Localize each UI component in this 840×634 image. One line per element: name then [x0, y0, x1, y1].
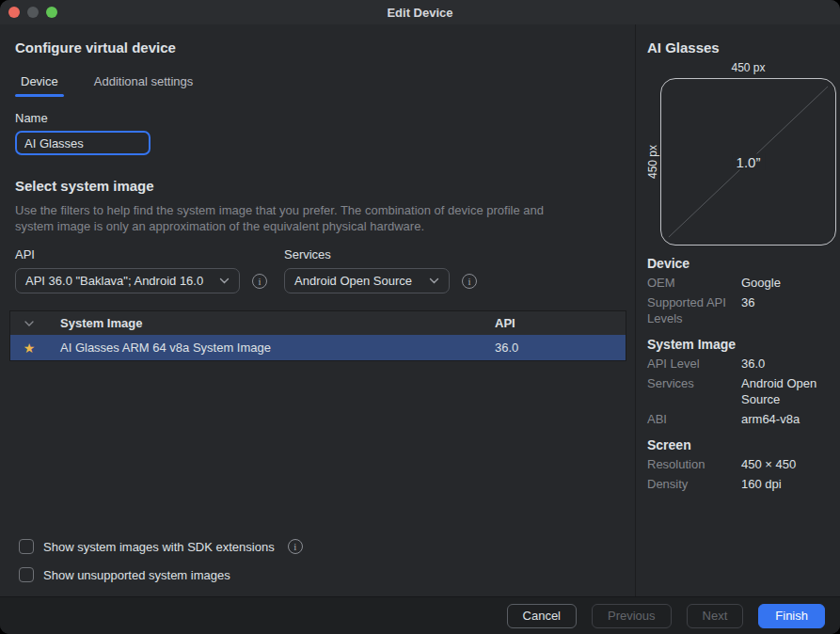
zoom-window-button[interactable]	[46, 7, 57, 18]
info-row-abi: ABI arm64-v8a	[647, 411, 837, 427]
chevron-down-icon	[429, 277, 439, 284]
services-info-icon[interactable]	[462, 274, 477, 289]
info-row-supported-api: Supported API Levels 36	[647, 294, 837, 326]
checkbox-options: Show system images with SDK extensions S…	[15, 539, 620, 582]
page-title: Configure virtual device	[15, 40, 620, 55]
info-row-resolution: Resolution 450 × 450	[647, 456, 837, 472]
cancel-button[interactable]: Cancel	[507, 604, 577, 628]
finish-button[interactable]: Finish	[758, 604, 825, 628]
device-preview: 450 px 450 px 1.0”	[645, 61, 837, 246]
api-info-icon[interactable]	[252, 274, 267, 289]
column-header-api[interactable]: API	[495, 316, 626, 330]
diagonal-size-label: 1.0”	[732, 154, 766, 170]
sdk-extensions-label: Show system images with SDK extensions	[43, 540, 275, 554]
description-line: system image is only an approximation of…	[15, 218, 620, 234]
info-row-oem: OEM Google	[647, 275, 837, 291]
unsupported-images-label: Show unsupported system images	[43, 568, 230, 582]
favorite-star-icon[interactable]: ★	[24, 341, 36, 355]
device-section: Device OEM Google Supported API Levels 3…	[645, 256, 837, 326]
unsupported-images-option: Show unsupported system images	[19, 567, 620, 582]
tab-device[interactable]: Device	[15, 74, 64, 97]
select-system-image-heading: Select system image	[15, 178, 620, 194]
services-filter-label: Services	[284, 247, 477, 262]
system-image-table: System Image API ★ AI Glasses ARM 64 v8a…	[9, 310, 626, 361]
traffic-lights	[0, 7, 57, 18]
api-dropdown-value: API 36.0 "Baklava"; Android 16.0	[25, 274, 203, 288]
unsupported-images-checkbox[interactable]	[19, 567, 34, 582]
configure-pane: Configure virtual device Device Addition…	[0, 24, 636, 596]
device-section-heading: Device	[647, 256, 837, 271]
sdk-extensions-checkbox[interactable]	[19, 539, 34, 554]
chevron-down-icon	[219, 277, 230, 284]
dialog-footer: Cancel Previous Next Finish	[0, 596, 840, 634]
preview-height-label: 450 px	[646, 145, 659, 179]
sdk-extensions-option: Show system images with SDK extensions	[19, 539, 620, 554]
tab-bar: Device Additional settings	[15, 74, 620, 97]
api-filter: API API 36.0 "Baklava"; Android 16.0	[15, 247, 267, 293]
device-summary-pane: AI Glasses 450 px 450 px 1.0” Devi	[636, 24, 840, 596]
minimize-window-button[interactable]	[27, 7, 39, 18]
info-row-density: Density 160 dpi	[647, 476, 837, 492]
previous-button[interactable]: Previous	[592, 604, 672, 628]
info-row-services: Services Android Open Source	[647, 375, 837, 407]
window-title: Edit Device	[0, 6, 840, 20]
edit-device-dialog: Edit Device Configure virtual device Dev…	[0, 0, 840, 634]
system-image-section-heading: System Image	[647, 337, 837, 352]
preview-width-label: 450 px	[660, 61, 836, 75]
services-dropdown-value: Android Open Source	[294, 274, 412, 288]
titlebar: Edit Device	[0, 0, 840, 24]
sort-chevron-icon[interactable]	[10, 321, 48, 326]
system-image-name: AI Glasses ARM 64 v8a System Image	[48, 341, 495, 355]
system-image-api: 36.0	[495, 341, 626, 355]
filters: API API 36.0 "Baklava"; Android 16.0 Ser…	[15, 247, 620, 293]
screen-outline: 1.0”	[660, 78, 836, 246]
system-image-section: System Image API Level 36.0 Services And…	[645, 337, 837, 427]
next-button[interactable]: Next	[687, 604, 744, 628]
info-row-api-level: API Level 36.0	[647, 356, 837, 372]
services-dropdown[interactable]: Android Open Source	[284, 268, 450, 293]
api-dropdown[interactable]: API 36.0 "Baklava"; Android 16.0	[15, 268, 240, 293]
screen-section-heading: Screen	[647, 437, 837, 452]
close-window-button[interactable]	[8, 7, 20, 18]
table-header: System Image API	[10, 311, 626, 335]
system-image-description: Use the filters to help find the system …	[15, 202, 620, 234]
tab-additional-settings[interactable]: Additional settings	[88, 74, 199, 97]
table-row[interactable]: ★ AI Glasses ARM 64 v8a System Image 36.…	[10, 335, 626, 360]
name-label: Name	[15, 111, 620, 125]
column-header-system-image[interactable]: System Image	[48, 316, 495, 330]
device-summary-title: AI Glasses	[645, 40, 837, 55]
description-line: Use the filters to help find the system …	[15, 202, 620, 218]
api-filter-label: API	[15, 247, 267, 262]
screen-section: Screen Resolution 450 × 450 Density 160 …	[645, 437, 837, 492]
device-name-input[interactable]	[15, 131, 151, 155]
services-filter: Services Android Open Source	[284, 247, 477, 293]
sdk-extensions-info-icon[interactable]	[288, 539, 303, 554]
